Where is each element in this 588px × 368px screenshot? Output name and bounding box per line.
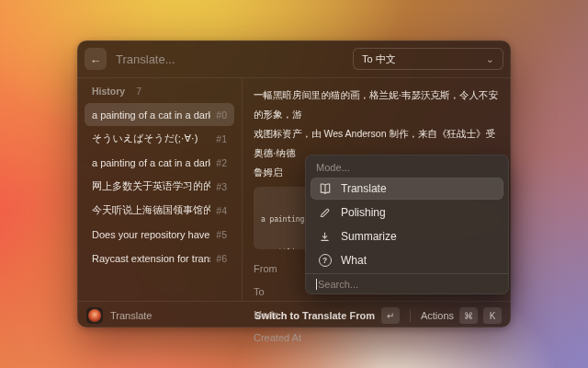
history-item-text: そういえばそうだ(;·∀·) (92, 132, 198, 145)
history-label: History (92, 86, 125, 97)
history-item-text: 网上多数关于英语学习的的分享，都... (92, 179, 210, 193)
history-item-index: #4 (216, 205, 227, 216)
history-item-index: #3 (216, 181, 227, 192)
meta-label-created-at: Created At (254, 326, 503, 349)
mode-item-label: Translate (341, 182, 387, 195)
mode-item-polishing[interactable]: Polishing (311, 201, 503, 224)
mode-menu-items: Translate Polishing Summarize (305, 176, 509, 273)
target-language-value: To 中文 (362, 52, 396, 66)
target-language-select[interactable]: To 中文 ⌄ (353, 48, 503, 70)
translate-window: ← Translate... To 中文 ⌄ History 7 a paint… (77, 40, 511, 328)
mode-item-label: Summarize (341, 230, 397, 243)
history-count: 7 (136, 86, 141, 97)
mode-item-what[interactable]: ? What (311, 249, 503, 271)
history-item[interactable]: a painting of a cat in a dark room,... #… (85, 151, 234, 174)
history-item-index: #5 (216, 229, 227, 240)
translated-text-line: 一幅黑暗房间里的猫的画，格兰妮·韦瑟沃克斯，令人不安的形象，游 (254, 86, 503, 124)
window-header: ← Translate... To 中文 ⌄ (77, 40, 511, 78)
history-item-text: Raycast extension for translation... (92, 253, 210, 264)
history-item[interactable]: Does your repository have so man... #5 (85, 223, 234, 246)
history-item[interactable]: 网上多数关于英语学习的的分享，都... #3 (85, 175, 234, 198)
back-button[interactable]: ← (85, 48, 107, 70)
mode-menu-title: Mode... (305, 155, 509, 176)
history-item-index: #2 (216, 157, 227, 168)
pencil-icon (318, 207, 332, 219)
book-icon (318, 182, 332, 195)
mode-menu: Mode... Translate Polishing (305, 155, 509, 294)
history-header: History 7 (85, 84, 234, 103)
history-item-text: Does your repository have so man... (92, 229, 210, 240)
meta-label-mode: Mode (254, 303, 503, 326)
history-item-index: #1 (216, 133, 227, 144)
question-icon: ? (318, 254, 332, 267)
summarize-icon (318, 231, 332, 243)
history-item-index: #0 (216, 109, 227, 121)
mode-item-label: What (341, 254, 367, 267)
history-item[interactable]: Raycast extension for translation... #6 (85, 247, 234, 270)
history-item-text: a painting of a cat in a dark room,... (92, 109, 210, 121)
history-item-text: a painting of a cat in a dark room,... (92, 157, 210, 168)
mode-item-label: Polishing (341, 206, 386, 219)
back-arrow-icon: ← (90, 52, 102, 66)
history-item-text: 今天听说上海德国领事馆的签证预约... (92, 203, 210, 217)
extension-icon (86, 307, 103, 324)
mode-item-summarize[interactable]: Summarize (311, 225, 503, 247)
history-item-index: #6 (216, 253, 227, 264)
history-item[interactable]: 今天听说上海德国领事馆的签证预约... #4 (85, 199, 234, 222)
history-item[interactable]: そういえばそうだ(;·∀·) #1 (85, 127, 234, 150)
history-sidebar: History 7 a painting of a cat in a dark … (77, 78, 243, 301)
mode-search-input[interactable] (318, 279, 498, 290)
chevron-down-icon: ⌄ (486, 55, 494, 63)
command-search-input[interactable]: Translate... (116, 52, 344, 66)
mode-item-translate[interactable]: Translate (311, 178, 503, 200)
text-cursor (316, 279, 317, 290)
extension-name: Translate (110, 310, 152, 321)
history-item[interactable]: a painting of a cat in a dark room,... #… (85, 103, 234, 126)
mode-search-row (305, 273, 509, 294)
